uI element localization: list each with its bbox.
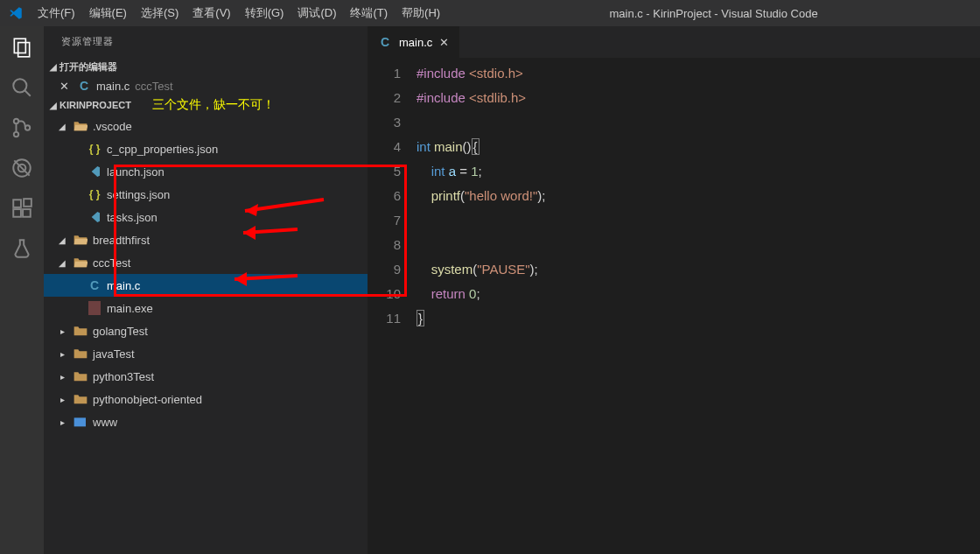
tree-file[interactable]: ▸{ }settings.json xyxy=(44,183,368,206)
svg-rect-15 xyxy=(74,417,86,426)
tree-folder[interactable]: ◢.vscode xyxy=(44,115,368,137)
extensions-icon[interactable] xyxy=(10,196,34,221)
search-icon[interactable] xyxy=(10,75,34,100)
tree-label: cccTest xyxy=(93,256,130,270)
chevron-down-icon: ◢ xyxy=(47,101,60,110)
vscode-json-icon xyxy=(88,210,102,224)
menu-item[interactable]: 转到(G) xyxy=(238,5,291,21)
svg-rect-11 xyxy=(13,209,21,217)
tree-folder[interactable]: ◢breadthfirst xyxy=(44,228,368,251)
json-file-icon: { } xyxy=(88,187,102,201)
tree-file[interactable]: ▸{ }c_cpp_properties.json xyxy=(44,137,368,160)
tree-label: settings.json xyxy=(107,188,170,201)
menu-item[interactable]: 终端(T) xyxy=(343,5,395,21)
svg-rect-13 xyxy=(24,199,32,207)
tree-folder[interactable]: ▸pythonobject-oriented xyxy=(44,388,368,410)
tree-label: .vscode xyxy=(93,120,132,133)
tree-label: main.c xyxy=(107,279,140,292)
svg-rect-12 xyxy=(23,209,31,217)
source-control-icon[interactable] xyxy=(10,116,34,140)
tree-label: tasks.json xyxy=(107,211,158,224)
tree-folder[interactable]: ▸javaTest xyxy=(44,342,368,365)
code-content[interactable]: #include <stdio.h>#include <stdlib.h>int… xyxy=(416,61,980,554)
tree-label: pythonobject-oriented xyxy=(93,393,202,406)
testing-icon[interactable] xyxy=(10,236,34,261)
code-editor[interactable]: 1234567891011 #include <stdio.h>#include… xyxy=(368,58,980,554)
chevron-down-icon: ◢ xyxy=(56,122,68,131)
folder-icon xyxy=(74,370,88,382)
tree-file[interactable]: ▸main.exe xyxy=(44,297,368,319)
file-name: main.c xyxy=(96,80,130,93)
folder-icon xyxy=(74,120,88,132)
tree-file[interactable]: ▸launch.json xyxy=(44,160,368,183)
folder-icon xyxy=(74,325,88,337)
svg-line-9 xyxy=(14,160,29,175)
tab-label: main.c xyxy=(399,36,432,49)
folder-icon xyxy=(74,393,88,405)
svg-rect-1 xyxy=(18,43,30,57)
chevron-down-icon: ◢ xyxy=(56,235,68,245)
svg-point-2 xyxy=(13,79,26,92)
sidebar: 资源管理器 ◢ 打开的编辑器 ✕ C main.c cccTest ◢ KIRI… xyxy=(44,26,368,554)
close-icon[interactable]: ✕ xyxy=(439,36,449,49)
svg-rect-10 xyxy=(13,200,21,207)
menubar: 文件(F)编辑(E)选择(S)查看(V)转到(G)调试(D)终端(T)帮助(H) xyxy=(31,5,447,21)
tree-label: c_cpp_properties.json xyxy=(107,143,218,156)
editor-tabs: C main.c ✕ xyxy=(368,26,980,58)
folder-icon xyxy=(74,347,88,360)
tab-main-c[interactable]: C main.c ✕ xyxy=(368,26,459,58)
tree-label: python3Test xyxy=(93,370,154,383)
c-file-icon: C xyxy=(88,278,102,292)
menu-item[interactable]: 文件(F) xyxy=(31,5,82,21)
tree-folder[interactable]: ▸www xyxy=(44,410,368,433)
chevron-right-icon: ▸ xyxy=(56,326,68,336)
menu-item[interactable]: 编辑(E) xyxy=(82,5,134,21)
tree-folder[interactable]: ▸golangTest xyxy=(44,319,368,342)
svg-point-5 xyxy=(14,132,18,137)
c-file-icon: C xyxy=(378,35,392,49)
menu-item[interactable]: 帮助(H) xyxy=(395,5,447,21)
vscode-json-icon xyxy=(88,165,102,179)
window-title: main.c - KirinProject - Visual Studio Co… xyxy=(447,7,980,20)
open-editors-header[interactable]: ◢ 打开的编辑器 xyxy=(44,57,368,76)
tree-folder[interactable]: ◢cccTest xyxy=(44,251,368,274)
project-header[interactable]: ◢ KIRINPROJECT xyxy=(44,95,135,115)
tree-label: www xyxy=(93,416,117,429)
chevron-right-icon: ▸ xyxy=(56,372,68,382)
annotation-text: 三个文件，缺一不可！ xyxy=(152,97,275,113)
tree-label: launch.json xyxy=(107,165,164,179)
explorer-icon[interactable] xyxy=(10,35,34,60)
svg-point-4 xyxy=(14,119,18,123)
file-path: cccTest xyxy=(135,80,172,93)
vscode-logo-icon xyxy=(0,5,31,21)
exe-file-icon xyxy=(88,301,102,315)
tree-file[interactable]: ▸Cmain.c xyxy=(44,274,368,297)
menu-item[interactable]: 调试(D) xyxy=(290,5,343,21)
c-file-icon: C xyxy=(77,79,91,93)
json-file-icon: { } xyxy=(88,142,102,156)
folder-icon xyxy=(74,416,88,428)
file-tree: ◢.vscode▸{ }c_cpp_properties.json▸launch… xyxy=(44,115,368,433)
debug-icon[interactable] xyxy=(10,156,34,180)
svg-rect-0 xyxy=(14,39,25,53)
menu-item[interactable]: 查看(V) xyxy=(186,5,237,21)
chevron-right-icon: ▸ xyxy=(56,349,68,359)
line-numbers: 1234567891011 xyxy=(368,61,416,554)
tree-label: breadthfirst xyxy=(93,234,150,247)
chevron-right-icon: ▸ xyxy=(56,395,68,404)
svg-rect-14 xyxy=(88,301,101,315)
sidebar-title: 资源管理器 xyxy=(44,26,368,57)
close-icon[interactable]: ✕ xyxy=(60,80,72,93)
chevron-down-icon: ◢ xyxy=(56,258,68,268)
tree-file[interactable]: ▸tasks.json xyxy=(44,206,368,228)
open-editor-item[interactable]: ✕ C main.c cccTest xyxy=(44,76,368,95)
titlebar: 文件(F)编辑(E)选择(S)查看(V)转到(G)调试(D)终端(T)帮助(H)… xyxy=(0,0,980,26)
tree-label: main.exe xyxy=(107,302,153,315)
activitybar xyxy=(0,26,44,554)
folder-icon xyxy=(74,234,88,246)
editor-area: C main.c ✕ 1234567891011 #include <stdio… xyxy=(368,26,980,554)
svg-line-3 xyxy=(24,90,31,96)
menu-item[interactable]: 选择(S) xyxy=(134,5,186,21)
tree-label: javaTest xyxy=(93,347,135,361)
tree-folder[interactable]: ▸python3Test xyxy=(44,365,368,388)
